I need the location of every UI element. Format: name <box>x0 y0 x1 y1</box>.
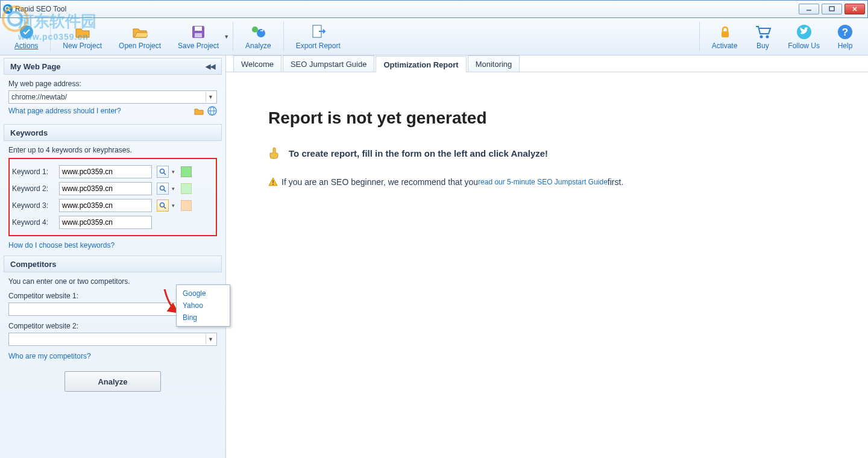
competitors-header: Competitors <box>4 256 222 272</box>
report-body: Report is not yet generated To create re… <box>226 72 868 223</box>
close-button[interactable] <box>844 4 865 14</box>
keyword1-color-swatch[interactable] <box>181 166 192 177</box>
competitor2-input[interactable]: ▼ <box>8 333 217 346</box>
svg-rect-11 <box>195 33 202 37</box>
tab-monitoring[interactable]: Monitoring <box>468 55 520 72</box>
save-project-label: Save Project <box>178 42 219 50</box>
keywords-title: Keywords <box>10 128 48 137</box>
address-input[interactable]: chrome://newtab/ ▼ <box>8 90 217 104</box>
search-engine-popup: Google Yahoo Bing <box>176 284 230 327</box>
new-project-icon <box>74 24 91 40</box>
actions-menu[interactable]: Actions <box>6 19 46 54</box>
save-project-button[interactable]: Save Project <box>169 19 227 54</box>
svg-text:?: ? <box>842 27 848 38</box>
keyword2-label: Keyword 2: <box>12 184 59 193</box>
export-report-button[interactable]: Export Report <box>288 19 349 54</box>
keyword1-dropdown-icon[interactable]: ▾ <box>170 169 176 175</box>
keyword3-label: Keyword 3: <box>12 201 59 210</box>
keyword4-label: Keyword 4: <box>12 218 59 227</box>
competitors-help-link[interactable]: Who are my competitors? <box>8 352 91 360</box>
tab-welcome[interactable]: Welcome <box>233 55 281 72</box>
keyword3-dropdown-icon[interactable]: ▾ <box>170 202 176 209</box>
svg-line-27 <box>164 190 166 192</box>
twitter-icon <box>796 24 813 40</box>
warn-text-pre: If you are an SEO beginner, we recommend… <box>281 177 478 187</box>
actions-label: Actions <box>14 42 38 50</box>
keyword1-search-button[interactable] <box>157 166 169 178</box>
save-icon <box>190 24 207 40</box>
keyword2-input[interactable] <box>59 182 152 195</box>
minimize-button[interactable] <box>799 4 819 14</box>
keywords-hint: Enter up to 4 keywords or keyphrases. <box>8 146 217 154</box>
separator <box>50 22 51 51</box>
svg-line-3 <box>8 10 10 11</box>
analyze-button[interactable]: Analyze <box>237 19 280 54</box>
activate-button[interactable]: Activate <box>703 19 746 54</box>
buy-label: Buy <box>756 42 769 50</box>
ribbon-toolbar: Actions New Project Open Project Save Pr… <box>0 18 868 55</box>
maximize-button[interactable] <box>822 4 842 14</box>
svg-rect-5 <box>829 7 834 11</box>
svg-point-26 <box>160 186 165 190</box>
report-heading: Report is not yet generated <box>268 108 826 128</box>
keyword2-search-button[interactable] <box>157 183 169 195</box>
new-project-button[interactable]: New Project <box>54 19 110 54</box>
app-title: Rapid SEO Tool <box>15 5 66 13</box>
svg-point-17 <box>766 35 769 38</box>
popup-bing[interactable]: Bing <box>177 312 230 324</box>
title-bar: Rapid SEO Tool <box>0 0 868 18</box>
svg-point-24 <box>160 169 165 174</box>
keyword4-input[interactable] <box>59 216 152 229</box>
export-report-label: Export Report <box>296 42 341 50</box>
cart-icon <box>754 24 771 40</box>
svg-point-31 <box>272 184 274 185</box>
pointing-hand-icon <box>268 146 283 160</box>
competitor2-dropdown-icon[interactable]: ▼ <box>206 334 215 344</box>
follow-us-button[interactable]: Follow Us <box>779 19 828 54</box>
analyze-label: Analyze <box>245 42 271 50</box>
address-dropdown-icon[interactable]: ▼ <box>206 92 215 102</box>
analyze-submit-button[interactable]: Analyze <box>64 371 161 392</box>
help-icon: ? <box>837 24 854 40</box>
keyword1-input[interactable] <box>59 165 152 178</box>
keywords-header: Keywords <box>4 124 222 141</box>
analyze-icon <box>250 24 266 40</box>
follow-us-label: Follow Us <box>788 42 820 50</box>
keyword2-color-swatch[interactable] <box>181 183 192 194</box>
tab-report[interactable]: Optimization Report <box>376 56 466 72</box>
folder-icon[interactable] <box>194 106 204 116</box>
activate-icon <box>716 24 733 40</box>
my-web-page-header: My Web Page ◀◀ <box>4 58 222 75</box>
keyword2-dropdown-icon[interactable]: ▾ <box>170 186 176 192</box>
export-icon <box>310 24 327 40</box>
popup-google[interactable]: Google <box>177 287 230 300</box>
save-dropdown-icon[interactable]: ▼ <box>224 34 229 40</box>
address-help-link[interactable]: What page address should I enter? <box>8 107 121 115</box>
svg-line-29 <box>164 207 166 209</box>
keywords-highlight-box: Keyword 1: ▾ Keyword 2: ▾ Keyword 3: <box>8 158 217 236</box>
help-label: Help <box>838 42 853 50</box>
help-button[interactable]: ? Help <box>828 19 862 54</box>
keyword3-input[interactable] <box>59 199 152 212</box>
collapse-sidebar-icon[interactable]: ◀◀ <box>206 63 215 71</box>
svg-rect-10 <box>195 27 202 31</box>
report-hint: To create report, fill in the form on th… <box>289 148 548 158</box>
warn-link[interactable]: read our 5-minute SEO Jumpstart Guide <box>478 178 608 186</box>
warn-text-post: first. <box>608 177 623 187</box>
keyword3-search-button[interactable] <box>157 199 169 212</box>
keyword3-color-swatch[interactable] <box>181 200 192 211</box>
open-project-label: Open Project <box>119 42 161 50</box>
address-value: chrome://newtab/ <box>11 93 67 101</box>
keywords-help-link[interactable]: How do I choose best keywords? <box>8 241 115 249</box>
separator <box>699 22 700 51</box>
svg-point-16 <box>760 35 763 38</box>
tab-guide[interactable]: SEO Jumpstart Guide <box>283 55 374 72</box>
tab-strip: Welcome SEO Jumpstart Guide Optimization… <box>226 55 868 72</box>
popup-yahoo[interactable]: Yahoo <box>177 300 230 312</box>
open-project-button[interactable]: Open Project <box>110 19 169 54</box>
svg-point-13 <box>257 29 265 37</box>
globe-icon[interactable] <box>207 106 217 116</box>
address-label: My web page address: <box>8 80 217 88</box>
svg-rect-15 <box>722 31 729 37</box>
buy-button[interactable]: Buy <box>746 19 779 54</box>
